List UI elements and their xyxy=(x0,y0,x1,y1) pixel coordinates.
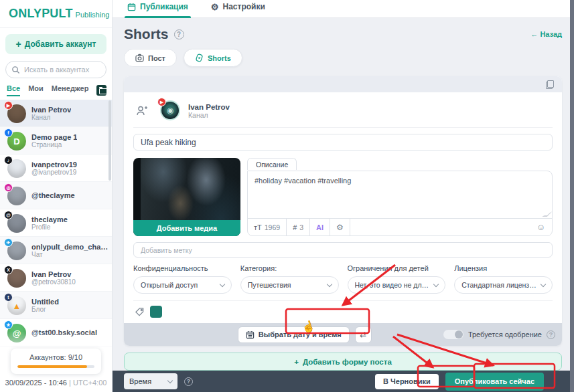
publish-now-button[interactable]: Опубликовать сейчас xyxy=(445,373,544,391)
pick-datetime-button[interactable]: Выбрать дату и время xyxy=(238,326,350,343)
app-window: ONLYPULT Publishing + Добавить аккаунт В… xyxy=(0,0,574,392)
select-value: Нет, это видео не для детей xyxy=(355,281,432,289)
avatar-wrap: ♪ xyxy=(6,158,26,178)
tab-shorts-label: Shorts xyxy=(208,54,231,62)
folder-plus-icon[interactable] xyxy=(96,85,106,96)
account-row[interactable]: @theclaymeProfile xyxy=(0,209,112,237)
chevron-down-icon xyxy=(433,281,439,286)
tab-shorts[interactable]: Shorts xyxy=(184,49,242,67)
resize-handle[interactable] xyxy=(542,211,553,217)
pick-datetime-label: Выбрать дату и время xyxy=(259,330,342,338)
add-media-button[interactable]: Добавить медиа xyxy=(133,220,240,236)
char-count: 1969 xyxy=(265,223,280,231)
sidebar-scrollbar[interactable] xyxy=(109,100,111,181)
accounts-progress-fill xyxy=(17,365,87,368)
logo: ONLYPULT Publishing xyxy=(0,0,112,28)
video-thumbnail: Добавить медиа xyxy=(133,158,240,236)
text-length-tool[interactable]: тT 1969 xyxy=(248,219,287,235)
account-row[interactable]: ▲tUntitledБлог xyxy=(0,292,112,319)
filter-tab-0[interactable]: Все xyxy=(7,84,20,96)
emoji-button[interactable]: ☺ xyxy=(536,222,552,232)
field-select-3[interactable]: Стандартная лицензия YouTu... xyxy=(454,276,553,294)
field-select-2[interactable]: Нет, это видео не для детей xyxy=(348,276,446,294)
card-account-row: ◉ ▶ Ivan Petrov Канал xyxy=(133,98,553,128)
tag-line xyxy=(133,300,553,323)
tiktok-icon: ♪ xyxy=(4,156,13,165)
tab-publication[interactable]: Публикация xyxy=(127,2,188,17)
video-title-input[interactable] xyxy=(133,134,553,151)
current-datetime: 30/09/2025 - 10:46 xyxy=(5,379,67,387)
account-text: UntitledБлог xyxy=(31,298,59,313)
filter-tab-1[interactable]: Мои xyxy=(28,84,44,96)
toolbar-settings[interactable]: ⚙ xyxy=(330,219,350,235)
account-subtitle: Блог xyxy=(31,306,59,313)
description-panel: Описание #holiday #vacation #travelling … xyxy=(247,171,553,236)
page-title: Shorts xyxy=(124,26,169,42)
chevron-down-icon xyxy=(541,281,546,286)
approval-toggle[interactable] xyxy=(443,330,463,339)
account-row[interactable]: ▶Ivan PetrovКанал xyxy=(0,100,112,127)
time-select[interactable]: Время xyxy=(124,373,177,389)
avatar-wrap: ▶ xyxy=(6,103,26,123)
color-tag-chip[interactable] xyxy=(150,306,162,318)
account-name: ivanpetrov19 xyxy=(31,161,77,169)
tumblr-icon: t xyxy=(4,293,13,302)
hashtag-tool[interactable]: # 3 xyxy=(287,219,310,235)
sidebar-footer: Аккаунтов: 9/10 30/09/2025 - 10:46 | UTC… xyxy=(0,331,112,392)
account-row[interactable]: ◎@theclayme xyxy=(0,182,112,209)
account-subtitle: Profile xyxy=(31,223,68,231)
calendar-icon xyxy=(127,3,136,11)
add-account-button[interactable]: + Добавить аккаунт xyxy=(5,34,106,54)
account-row[interactable]: DfDemo page 1Страница xyxy=(0,127,112,155)
chevron-down-icon xyxy=(167,377,173,383)
tab-settings[interactable]: ⚙ Настройки xyxy=(211,2,265,17)
brand-suffix: Publishing xyxy=(76,11,110,19)
filter-tab-2[interactable]: Менеджер xyxy=(52,84,89,96)
page-scrollbar[interactable] xyxy=(570,0,574,392)
field-label: Конфиденциальность xyxy=(133,264,232,272)
filter-tabs: ВсеМоиМенеджер xyxy=(7,84,88,96)
account-text: @theclayme xyxy=(31,191,75,199)
ai-icon: AI xyxy=(316,223,324,231)
add-person-icon[interactable] xyxy=(136,105,148,117)
page-header: Shorts ? ← Назад xyxy=(124,26,562,42)
tab-post[interactable]: Пост xyxy=(124,49,177,67)
help-icon[interactable]: ? xyxy=(184,377,193,386)
description-tab[interactable]: Описание xyxy=(247,158,297,170)
description-textarea[interactable]: #holiday #vacation #travelling xyxy=(248,171,552,218)
plus-icon: + xyxy=(16,39,21,50)
hashtag-icon: # xyxy=(293,223,297,231)
post-card-body: ◉ ▶ Ivan Petrov Канал Добавить медиа xyxy=(124,92,562,323)
youtube-icon: ▶ xyxy=(157,98,166,106)
refresh-icon: ⇄ xyxy=(360,330,366,339)
add-post-form-banner[interactable]: + Добавить форму поста xyxy=(124,353,562,371)
account-text: onlypult_demo_channelЧат xyxy=(31,243,109,258)
tab-settings-label: Настройки xyxy=(223,2,265,11)
back-arrow-icon: ← xyxy=(530,30,538,38)
back-link[interactable]: ← Назад xyxy=(530,30,562,38)
accounts-counter: Аккаунтов: 9/10 xyxy=(17,353,94,361)
drafts-button[interactable]: В Черновики xyxy=(375,374,439,389)
account-search-input[interactable] xyxy=(24,66,98,74)
account-name: Ivan Petrov xyxy=(31,106,71,114)
account-subtitle: @ivanpetrov19 xyxy=(31,169,77,176)
account-row[interactable]: XIvan Petrov@petrov30810 xyxy=(0,264,112,292)
avatar-wrap: ✈ xyxy=(6,240,26,260)
tag-input[interactable] xyxy=(133,242,553,258)
x-icon: X xyxy=(4,266,13,274)
tab-publication-label: Публикация xyxy=(140,2,188,11)
account-search[interactable] xyxy=(5,61,106,78)
account-row[interactable]: ✈onlypult_demo_channelЧат xyxy=(0,237,112,264)
select-value: Путешествия xyxy=(248,281,325,289)
select-value: Открытый доступ xyxy=(141,281,218,289)
help-icon[interactable]: ? xyxy=(174,29,184,39)
account-row[interactable]: ♪ivanpetrov19@ivanpetrov19 xyxy=(0,155,112,182)
help-icon[interactable]: ? xyxy=(547,330,555,339)
media-row: Добавить медиа Описание #holiday #vacati… xyxy=(133,158,553,236)
copy-icon[interactable] xyxy=(546,80,554,89)
field-select-1[interactable]: Путешествия xyxy=(240,276,339,294)
field-select-0[interactable]: Открытый доступ xyxy=(133,276,232,294)
time-select-value: Время xyxy=(129,377,151,385)
refresh-button[interactable]: ⇄ xyxy=(355,326,372,343)
ai-tool[interactable]: AI xyxy=(310,219,330,235)
